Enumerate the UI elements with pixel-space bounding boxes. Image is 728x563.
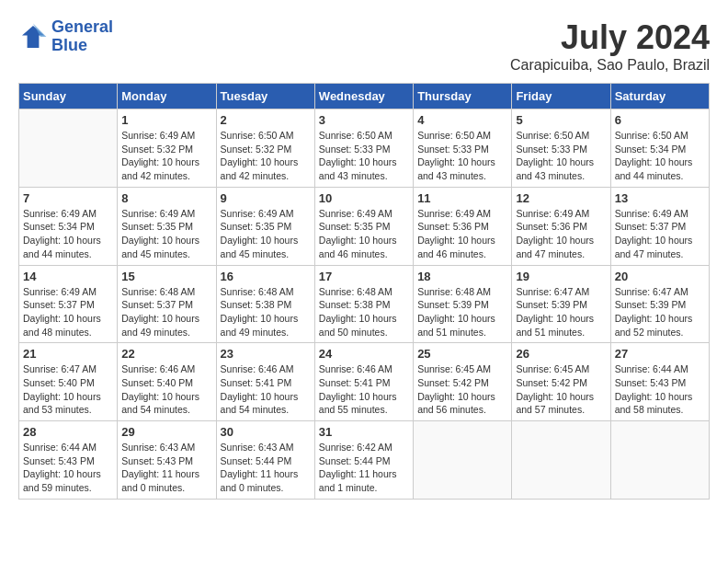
calendar-cell: 12Sunrise: 6:49 AMSunset: 5:36 PMDayligh… <box>512 187 610 265</box>
calendar-cell: 21Sunrise: 6:47 AMSunset: 5:40 PMDayligh… <box>19 343 118 421</box>
day-info: Sunrise: 6:49 AMSunset: 5:35 PMDaylight:… <box>221 207 311 261</box>
page-header: General Blue July 2024 Carapicuiba, Sao … <box>18 18 710 74</box>
day-of-week-header: Thursday <box>414 84 512 109</box>
day-number: 21 <box>23 347 113 361</box>
day-info: Sunrise: 6:45 AMSunset: 5:42 PMDaylight:… <box>516 362 606 417</box>
day-number: 4 <box>417 113 507 127</box>
day-info: Sunrise: 6:43 AMSunset: 5:44 PMDaylight:… <box>221 441 311 495</box>
calendar-cell: 5Sunrise: 6:50 AMSunset: 5:33 PMDaylight… <box>512 109 610 188</box>
calendar-cell: 31Sunrise: 6:42 AMSunset: 5:44 PMDayligh… <box>314 421 413 500</box>
day-number: 1 <box>121 113 211 127</box>
day-number: 26 <box>516 347 606 361</box>
day-info: Sunrise: 6:49 AMSunset: 5:37 PMDaylight:… <box>23 285 113 339</box>
calendar-week-row: 14Sunrise: 6:49 AMSunset: 5:37 PMDayligh… <box>19 265 710 343</box>
calendar-cell: 20Sunrise: 6:47 AMSunset: 5:39 PMDayligh… <box>610 265 709 343</box>
calendar-cell: 11Sunrise: 6:49 AMSunset: 5:36 PMDayligh… <box>414 187 512 265</box>
day-info: Sunrise: 6:45 AMSunset: 5:42 PMDaylight:… <box>417 362 507 417</box>
day-of-week-header: Wednesday <box>314 84 413 109</box>
calendar-cell: 16Sunrise: 6:48 AMSunset: 5:38 PMDayligh… <box>216 265 314 343</box>
calendar-cell: 25Sunrise: 6:45 AMSunset: 5:42 PMDayligh… <box>414 343 512 421</box>
day-info: Sunrise: 6:46 AMSunset: 5:41 PMDaylight:… <box>319 362 409 417</box>
day-of-week-header: Sunday <box>19 84 118 109</box>
day-info: Sunrise: 6:48 AMSunset: 5:37 PMDaylight:… <box>121 285 211 339</box>
day-of-week-header: Saturday <box>610 84 709 109</box>
day-info: Sunrise: 6:47 AMSunset: 5:40 PMDaylight:… <box>23 362 113 417</box>
calendar-cell: 7Sunrise: 6:49 AMSunset: 5:34 PMDaylight… <box>19 187 118 265</box>
day-info: Sunrise: 6:49 AMSunset: 5:32 PMDaylight:… <box>121 129 211 183</box>
day-number: 25 <box>417 347 507 361</box>
day-number: 22 <box>121 347 211 361</box>
day-info: Sunrise: 6:48 AMSunset: 5:38 PMDaylight:… <box>221 285 311 339</box>
month-year: July 2024 <box>510 18 710 57</box>
logo: General Blue <box>18 18 113 55</box>
calendar-cell: 17Sunrise: 6:48 AMSunset: 5:38 PMDayligh… <box>314 265 413 343</box>
day-number: 2 <box>221 113 311 127</box>
day-number: 9 <box>221 191 311 205</box>
day-info: Sunrise: 6:50 AMSunset: 5:34 PMDaylight:… <box>615 129 705 183</box>
day-info: Sunrise: 6:42 AMSunset: 5:44 PMDaylight:… <box>319 441 409 495</box>
calendar-cell: 1Sunrise: 6:49 AMSunset: 5:32 PMDaylight… <box>118 109 216 188</box>
title-block: July 2024 Carapicuiba, Sao Paulo, Brazil <box>510 18 710 74</box>
day-info: Sunrise: 6:46 AMSunset: 5:41 PMDaylight:… <box>221 362 311 417</box>
day-info: Sunrise: 6:48 AMSunset: 5:39 PMDaylight:… <box>417 285 507 339</box>
day-number: 16 <box>221 270 311 283</box>
calendar-cell: 27Sunrise: 6:44 AMSunset: 5:43 PMDayligh… <box>610 343 709 421</box>
day-info: Sunrise: 6:47 AMSunset: 5:39 PMDaylight:… <box>516 285 606 339</box>
day-info: Sunrise: 6:46 AMSunset: 5:40 PMDaylight:… <box>121 362 211 417</box>
calendar-cell: 30Sunrise: 6:43 AMSunset: 5:44 PMDayligh… <box>216 421 314 500</box>
day-number: 3 <box>319 113 409 127</box>
day-info: Sunrise: 6:49 AMSunset: 5:35 PMDaylight:… <box>319 207 409 261</box>
calendar-cell: 29Sunrise: 6:43 AMSunset: 5:43 PMDayligh… <box>118 421 216 500</box>
calendar-header-row: SundayMondayTuesdayWednesdayThursdayFrid… <box>19 84 710 109</box>
logo-line1: General <box>51 17 113 36</box>
calendar-cell: 4Sunrise: 6:50 AMSunset: 5:33 PMDaylight… <box>414 109 512 188</box>
day-number: 23 <box>221 347 311 361</box>
day-number: 14 <box>23 270 113 283</box>
calendar-cell: 18Sunrise: 6:48 AMSunset: 5:39 PMDayligh… <box>414 265 512 343</box>
calendar-cell: 6Sunrise: 6:50 AMSunset: 5:34 PMDaylight… <box>610 109 709 188</box>
calendar-week-row: 1Sunrise: 6:49 AMSunset: 5:32 PMDaylight… <box>19 109 710 188</box>
day-number: 15 <box>121 270 211 283</box>
day-number: 17 <box>319 270 409 283</box>
calendar-cell: 10Sunrise: 6:49 AMSunset: 5:35 PMDayligh… <box>314 187 413 265</box>
day-info: Sunrise: 6:49 AMSunset: 5:37 PMDaylight:… <box>615 207 705 261</box>
day-number: 12 <box>516 191 606 205</box>
calendar-cell: 28Sunrise: 6:44 AMSunset: 5:43 PMDayligh… <box>19 421 118 500</box>
logo-text: General Blue <box>51 18 113 55</box>
calendar-cell: 15Sunrise: 6:48 AMSunset: 5:37 PMDayligh… <box>118 265 216 343</box>
day-info: Sunrise: 6:47 AMSunset: 5:39 PMDaylight:… <box>615 285 705 339</box>
calendar-cell: 9Sunrise: 6:49 AMSunset: 5:35 PMDaylight… <box>216 187 314 265</box>
day-number: 8 <box>121 191 211 205</box>
day-of-week-header: Tuesday <box>216 84 314 109</box>
day-number: 5 <box>516 113 606 127</box>
day-number: 11 <box>417 191 507 205</box>
calendar-cell: 24Sunrise: 6:46 AMSunset: 5:41 PMDayligh… <box>314 343 413 421</box>
day-of-week-header: Monday <box>118 84 216 109</box>
logo-icon <box>18 22 48 52</box>
calendar-body: 1Sunrise: 6:49 AMSunset: 5:32 PMDaylight… <box>19 109 710 500</box>
day-number: 30 <box>221 425 311 439</box>
calendar-cell: 23Sunrise: 6:46 AMSunset: 5:41 PMDayligh… <box>216 343 314 421</box>
calendar-table: SundayMondayTuesdayWednesdayThursdayFrid… <box>18 83 710 500</box>
day-number: 24 <box>319 347 409 361</box>
calendar-cell: 8Sunrise: 6:49 AMSunset: 5:35 PMDaylight… <box>118 187 216 265</box>
day-number: 7 <box>23 191 113 205</box>
day-number: 20 <box>615 270 705 283</box>
day-info: Sunrise: 6:49 AMSunset: 5:35 PMDaylight:… <box>121 207 211 261</box>
day-info: Sunrise: 6:49 AMSunset: 5:36 PMDaylight:… <box>417 207 507 261</box>
location: Carapicuiba, Sao Paulo, Brazil <box>510 57 710 74</box>
day-info: Sunrise: 6:50 AMSunset: 5:32 PMDaylight:… <box>221 129 311 183</box>
calendar-week-row: 7Sunrise: 6:49 AMSunset: 5:34 PMDaylight… <box>19 187 710 265</box>
calendar-cell: 22Sunrise: 6:46 AMSunset: 5:40 PMDayligh… <box>118 343 216 421</box>
day-info: Sunrise: 6:50 AMSunset: 5:33 PMDaylight:… <box>516 129 606 183</box>
calendar-cell: 26Sunrise: 6:45 AMSunset: 5:42 PMDayligh… <box>512 343 610 421</box>
day-info: Sunrise: 6:50 AMSunset: 5:33 PMDaylight:… <box>417 129 507 183</box>
day-number: 10 <box>319 191 409 205</box>
day-info: Sunrise: 6:44 AMSunset: 5:43 PMDaylight:… <box>615 362 705 417</box>
day-number: 19 <box>516 270 606 283</box>
calendar-cell <box>512 421 610 500</box>
day-number: 13 <box>615 191 705 205</box>
calendar-cell: 19Sunrise: 6:47 AMSunset: 5:39 PMDayligh… <box>512 265 610 343</box>
day-number: 28 <box>23 425 113 439</box>
calendar-week-row: 21Sunrise: 6:47 AMSunset: 5:40 PMDayligh… <box>19 343 710 421</box>
